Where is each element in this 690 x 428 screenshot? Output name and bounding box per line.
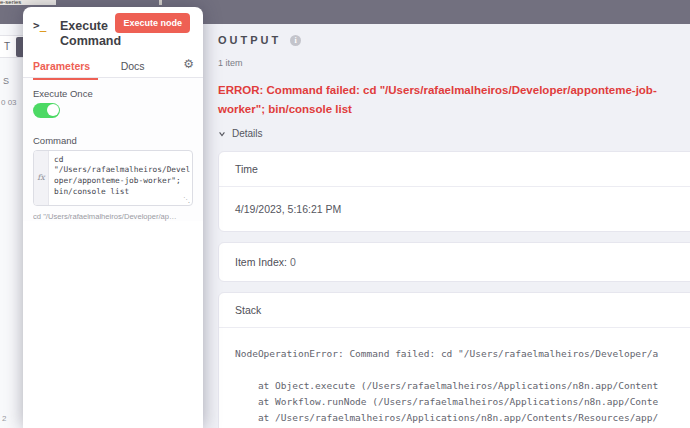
input-cell: 0 03 <box>1 98 17 107</box>
stack-trace: NodeOperationError: Command failed: cd "… <box>219 328 690 428</box>
input-column-header: T <box>4 41 10 52</box>
time-card: Time 4/19/2023, 5:16:21 PM <box>218 151 690 232</box>
command-hint: cd "/Users/rafaelmalheiros/Developer/ap… <box>33 212 193 221</box>
stack-line: NodeOperationError: Command failed: cd "… <box>235 346 683 362</box>
output-panel: OUTPUT i 1 item ERROR: Command failed: c… <box>203 24 690 428</box>
gear-icon[interactable]: ⚙ <box>183 57 194 71</box>
time-card-value: 4/19/2023, 5:16:21 PM <box>219 187 690 231</box>
panel-tabs: Parameters Docs ⚙ <box>23 56 203 78</box>
command-input-wrapper: fx cd "/Users/rafaelmalheiros/Devel oper… <box>33 150 193 206</box>
execute-once-toggle[interactable] <box>33 103 60 118</box>
item-index-card: Item Index: 0 <box>218 242 690 282</box>
execute-node-button[interactable]: Execute node <box>115 13 190 33</box>
tab-docs[interactable]: Docs <box>121 58 145 80</box>
item-index-value: 0 <box>290 256 296 268</box>
panel-header: >_ Execute Command Execute node <box>23 7 203 49</box>
time-card-label: Time <box>219 152 690 187</box>
stack-line: at Workflow.runNode (/Users/rafaelmalhei… <box>235 394 683 410</box>
canvas-background-text: e-series <box>0 0 56 5</box>
command-input[interactable]: cd "/Users/rafaelmalheiros/Devel oper/ap… <box>49 151 192 205</box>
error-detail-cards: Time 4/19/2023, 5:16:21 PM Item Index: 0… <box>218 151 690 428</box>
resize-handle-icon[interactable]: ⋱ <box>183 196 190 204</box>
canvas-background-divider <box>159 0 162 5</box>
items-count: 1 item <box>218 58 690 68</box>
tab-parameters[interactable]: Parameters <box>33 58 98 80</box>
parameters-body: Execute Once Command fx cd "/Users/rafae… <box>23 78 203 221</box>
expression-fx-button[interactable]: fx <box>34 151 49 205</box>
stack-line <box>235 362 683 378</box>
item-index-label: Item Index: <box>235 256 287 268</box>
node-settings-panel: >_ Execute Command Execute node Paramete… <box>23 7 203 428</box>
info-icon[interactable]: i <box>290 35 301 46</box>
input-cell: 2 <box>2 414 6 423</box>
stack-card-label: Stack <box>219 293 690 328</box>
details-label: Details <box>232 128 263 139</box>
execute-once-label: Execute Once <box>33 88 193 99</box>
stack-line: at Object.execute (/Users/rafaelmalheiro… <box>235 378 683 394</box>
toggle-knob <box>47 104 59 116</box>
error-message: ERROR: Command failed: cd "/Users/rafael… <box>218 81 681 119</box>
output-title: OUTPUT <box>218 34 281 46</box>
stack-line: at /Users/rafaelmalheiros/Applications/n… <box>235 410 683 426</box>
output-header: OUTPUT i <box>218 34 690 46</box>
details-toggle[interactable]: Details <box>218 128 690 139</box>
input-cell: S <box>3 76 9 86</box>
item-index-row: Item Index: 0 <box>219 243 690 281</box>
stack-card: Stack NodeOperationError: Command failed… <box>218 292 690 428</box>
command-label: Command <box>33 135 193 146</box>
chevron-down-icon <box>218 130 226 138</box>
terminal-icon: >_ <box>33 19 51 33</box>
